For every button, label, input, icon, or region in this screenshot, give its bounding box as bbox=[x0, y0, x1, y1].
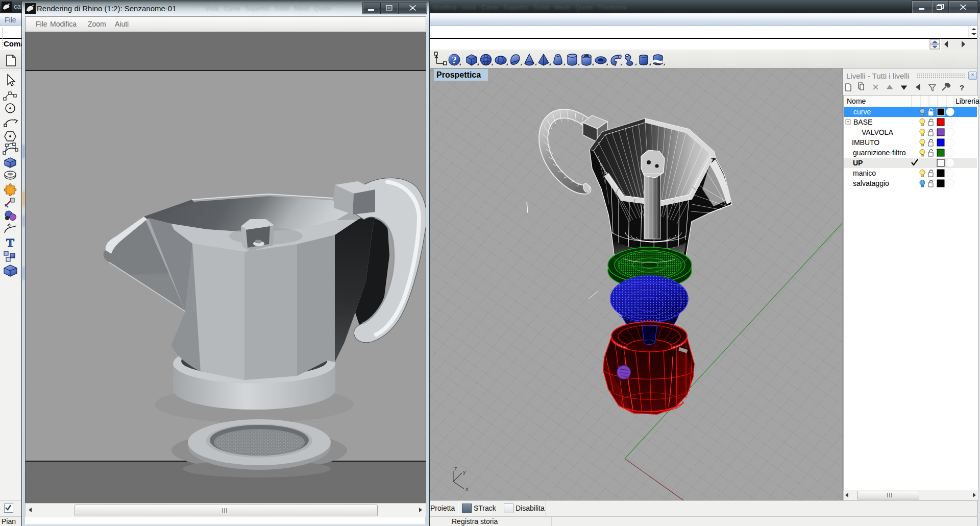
svg-text:z: z bbox=[454, 465, 457, 471]
svg-text:x: x bbox=[465, 486, 469, 492]
svg-text:T: T bbox=[6, 236, 14, 249]
svg-text:?: ? bbox=[452, 55, 457, 65]
svg-text:?: ? bbox=[960, 83, 964, 92]
svg-text:y: y bbox=[463, 469, 466, 475]
